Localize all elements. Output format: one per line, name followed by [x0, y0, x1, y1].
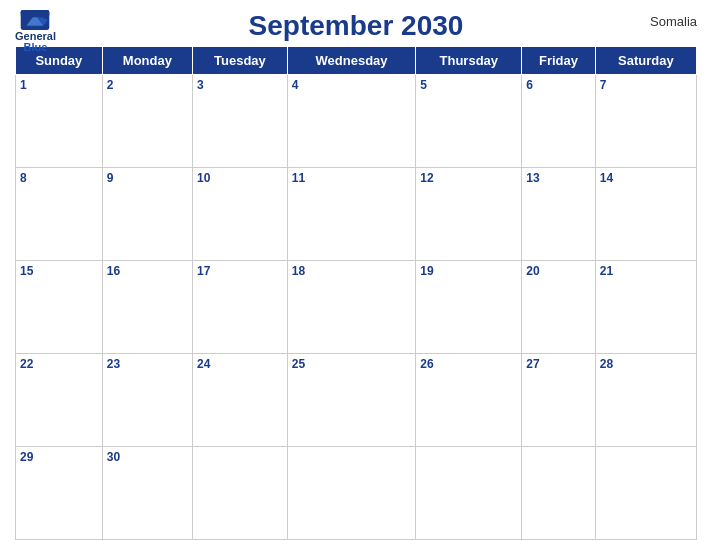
calendar-title: September 2030 — [249, 10, 464, 42]
calendar-cell: 12 — [416, 168, 522, 261]
day-number: 15 — [20, 264, 33, 278]
calendar-cell — [595, 447, 696, 540]
calendar-cell: 5 — [416, 75, 522, 168]
calendar-cell: 28 — [595, 354, 696, 447]
calendar-cell: 1 — [16, 75, 103, 168]
calendar-cell: 3 — [193, 75, 288, 168]
day-number: 14 — [600, 171, 613, 185]
calendar-cell: 6 — [522, 75, 595, 168]
day-header-wednesday: Wednesday — [287, 47, 416, 75]
week-row-3: 15161718192021 — [16, 261, 697, 354]
calendar-cell: 22 — [16, 354, 103, 447]
day-number: 26 — [420, 357, 433, 371]
day-number: 4 — [292, 78, 299, 92]
day-number: 29 — [20, 450, 33, 464]
day-header-monday: Monday — [102, 47, 192, 75]
week-row-1: 1234567 — [16, 75, 697, 168]
calendar-cell: 23 — [102, 354, 192, 447]
calendar-cell: 18 — [287, 261, 416, 354]
day-number: 12 — [420, 171, 433, 185]
day-number: 27 — [526, 357, 539, 371]
day-number: 21 — [600, 264, 613, 278]
logo: General Blue — [15, 10, 56, 53]
day-number: 9 — [107, 171, 114, 185]
day-number: 7 — [600, 78, 607, 92]
calendar-cell: 10 — [193, 168, 288, 261]
calendar-cell: 21 — [595, 261, 696, 354]
title-block: September 2030 — [249, 10, 464, 42]
calendar-cell — [287, 447, 416, 540]
calendar-cell: 15 — [16, 261, 103, 354]
day-number: 13 — [526, 171, 539, 185]
calendar-cell: 24 — [193, 354, 288, 447]
week-row-2: 891011121314 — [16, 168, 697, 261]
country-label: Somalia — [650, 14, 697, 29]
week-row-4: 22232425262728 — [16, 354, 697, 447]
logo-blue-text: Blue — [24, 42, 48, 53]
day-number: 25 — [292, 357, 305, 371]
calendar-cell: 19 — [416, 261, 522, 354]
calendar-cell — [193, 447, 288, 540]
calendar-cell: 13 — [522, 168, 595, 261]
day-number: 6 — [526, 78, 533, 92]
calendar-cell: 17 — [193, 261, 288, 354]
calendar-cell: 2 — [102, 75, 192, 168]
calendar-cell: 30 — [102, 447, 192, 540]
day-header-friday: Friday — [522, 47, 595, 75]
calendar-cell: 8 — [16, 168, 103, 261]
calendar-table: SundayMondayTuesdayWednesdayThursdayFrid… — [15, 46, 697, 540]
calendar-cell: 25 — [287, 354, 416, 447]
calendar-cell: 29 — [16, 447, 103, 540]
calendar-cell: 11 — [287, 168, 416, 261]
calendar-cell: 9 — [102, 168, 192, 261]
day-number: 10 — [197, 171, 210, 185]
day-header-thursday: Thursday — [416, 47, 522, 75]
day-number: 23 — [107, 357, 120, 371]
svg-rect-3 — [21, 10, 50, 17]
calendar-cell: 20 — [522, 261, 595, 354]
calendar-cell: 16 — [102, 261, 192, 354]
logo-icon — [20, 10, 50, 30]
calendar-cell — [522, 447, 595, 540]
day-number: 16 — [107, 264, 120, 278]
day-number: 17 — [197, 264, 210, 278]
day-number: 19 — [420, 264, 433, 278]
day-number: 18 — [292, 264, 305, 278]
calendar-cell: 27 — [522, 354, 595, 447]
calendar-cell: 7 — [595, 75, 696, 168]
day-number: 3 — [197, 78, 204, 92]
day-header-saturday: Saturday — [595, 47, 696, 75]
calendar-cell: 26 — [416, 354, 522, 447]
day-number: 28 — [600, 357, 613, 371]
calendar-header: General Blue September 2030 Somalia — [15, 10, 697, 42]
day-number: 8 — [20, 171, 27, 185]
calendar-cell — [416, 447, 522, 540]
day-number: 5 — [420, 78, 427, 92]
days-header-row: SundayMondayTuesdayWednesdayThursdayFrid… — [16, 47, 697, 75]
day-number: 2 — [107, 78, 114, 92]
day-number: 20 — [526, 264, 539, 278]
day-number: 30 — [107, 450, 120, 464]
calendar-cell: 14 — [595, 168, 696, 261]
day-number: 1 — [20, 78, 27, 92]
day-number: 22 — [20, 357, 33, 371]
day-number: 24 — [197, 357, 210, 371]
day-header-tuesday: Tuesday — [193, 47, 288, 75]
week-row-5: 2930 — [16, 447, 697, 540]
calendar-cell: 4 — [287, 75, 416, 168]
day-number: 11 — [292, 171, 305, 185]
